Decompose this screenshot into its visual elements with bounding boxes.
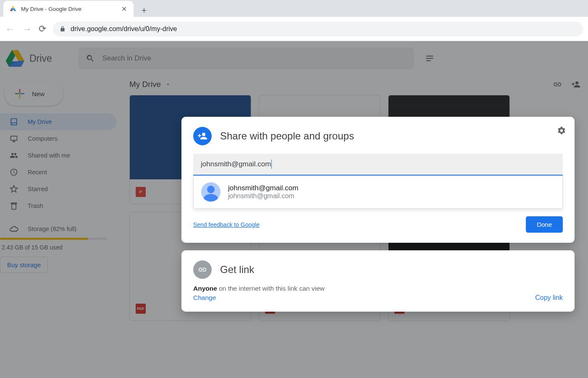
change-link-button[interactable]: Change <box>193 294 216 302</box>
address-bar: ← → ⟳ drive.google.com/drive/u/0/my-driv… <box>0 17 588 41</box>
new-tab-button[interactable]: + <box>138 4 150 17</box>
url-text: drive.google.com/drive/u/0/my-drive <box>71 25 177 33</box>
gear-icon[interactable] <box>557 126 566 135</box>
avatar-icon <box>201 182 220 202</box>
browser-chrome: My Drive - Google Drive ✕ + ← → ⟳ drive.… <box>0 0 588 41</box>
link-icon <box>193 260 212 279</box>
forward-icon[interactable]: → <box>22 23 32 35</box>
lock-icon <box>60 26 66 32</box>
tab-close-icon[interactable]: ✕ <box>120 5 129 13</box>
share-email-input[interactable]: johnsmith@gmail.com <box>193 154 563 176</box>
contact-suggestion[interactable]: johnsmith@gmail.com johnsmith@gmail.com <box>193 176 563 209</box>
share-input-value: johnsmith@gmail.com <box>201 160 271 168</box>
done-button[interactable]: Done <box>526 216 563 233</box>
suggestion-email: johnsmith@gmail.com <box>228 192 298 200</box>
back-icon[interactable]: ← <box>5 23 15 35</box>
url-box[interactable]: drive.google.com/drive/u/0/my-drive <box>53 21 583 37</box>
get-link-modal: Get link Anyone on the internet with thi… <box>181 250 575 312</box>
reload-icon[interactable]: ⟳ <box>39 24 46 34</box>
tab-title: My Drive - Google Drive <box>21 6 116 12</box>
tab-strip: My Drive - Google Drive ✕ + <box>0 0 588 17</box>
link-description: Anyone on the internet with this link ca… <box>193 285 563 292</box>
get-link-title: Get link <box>220 264 254 276</box>
share-modal: Share with people and groups johnsmith@g… <box>181 117 575 243</box>
person-add-icon <box>193 127 212 145</box>
send-feedback-link[interactable]: Send feedback to Google <box>193 221 260 228</box>
browser-tab[interactable]: My Drive - Google Drive ✕ <box>3 1 134 17</box>
drive-favicon <box>9 5 17 13</box>
suggestion-name: johnsmith@gmail.com <box>228 184 298 192</box>
link-desc-rest: on the internet with this link can view <box>217 285 325 292</box>
link-desc-bold: Anyone <box>193 285 217 292</box>
text-caret <box>271 160 272 169</box>
copy-link-button[interactable]: Copy link <box>535 294 563 302</box>
share-modal-title: Share with people and groups <box>220 130 354 142</box>
